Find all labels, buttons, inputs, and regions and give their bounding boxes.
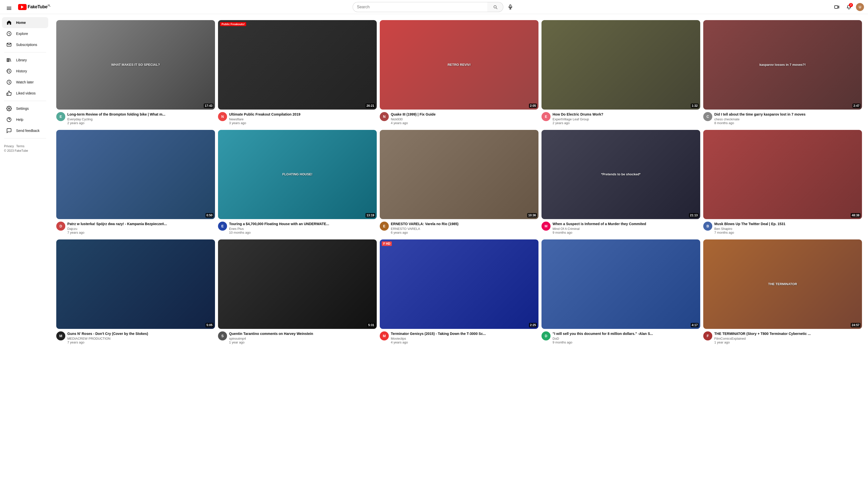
video-card-4[interactable]: 1:32 E How Do Electric Drums Work? Exper… [541,20,700,125]
thumb-overlay-text: *Pretends to be shocked* [600,171,642,178]
video-channel[interactable]: Dajczu [67,227,215,230]
library-icon [6,57,12,63]
channel-avatar[interactable]: F [703,331,712,340]
liked-videos-icon [6,90,12,96]
video-card-1[interactable]: WHAT MAKES IT SO SPECIAL? 17:43 E Long-t… [56,20,215,125]
video-channel[interactable]: ERNESTO VARELA [391,227,538,230]
video-channel[interactable]: MEDIACREW PRODUCTION [67,337,215,340]
video-meta: 1 year ago [229,340,377,344]
privacy-link[interactable]: Privacy [4,144,14,148]
channel-avatar[interactable]: N [380,112,389,121]
video-duration: 26:21 [365,103,375,108]
sidebar-item-explore[interactable]: Explore [2,28,48,39]
video-duration: 5:05 [205,323,214,327]
video-channel[interactable]: Everyday Cycling [67,117,215,121]
video-card-14[interactable]: 4:17 D "I will sell you this document fo… [541,239,700,344]
video-card-13[interactable]: F HD 2:25 M Terminator Genisys (2015) - … [380,239,538,344]
channel-avatar[interactable]: D [541,331,550,340]
sidebar-item-library[interactable]: Library [2,54,48,65]
search-button[interactable] [487,2,503,12]
thumb-overlay-text: RETRO REVIV/ [446,62,472,68]
video-card-6[interactable]: 0:50 D Patrz w lusterka! Spójrz dwa razy… [56,130,215,235]
avatar[interactable]: U [856,3,864,11]
sidebar-footer: Privacy Terms © 2023 FakeTube [0,141,50,156]
video-thumbnail: kasparov losses in 7 moves?! 2:47 [703,20,862,110]
video-channel[interactable]: Newsflare [229,117,377,121]
video-details: "I will sell you this document for 8 mil… [552,331,700,344]
sidebar-label-subscriptions: Subscriptions [16,43,37,47]
notifications-button[interactable]: 2 [844,2,854,12]
sidebar-item-subscriptions[interactable]: Subscriptions [2,39,48,50]
video-card-2[interactable]: Public Freakouts! 26:21 N Ultimate Publi… [218,20,377,125]
terms-link[interactable]: Terms [16,144,24,148]
sidebar-item-help[interactable]: Help [2,114,48,125]
video-title: Terminator Genisys (2015) - Taking Down … [391,331,538,336]
video-card-8[interactable]: 10:36 E ERNESTO VARELA: Varela no Rio (1… [380,130,538,235]
channel-avatar[interactable]: E [541,112,550,121]
video-channel[interactable]: Nick930 [391,117,538,121]
video-title: Musk Blows Up The Twitter Deal | Ep. 153… [714,222,862,226]
sidebar-item-history[interactable]: History [2,65,48,76]
sidebar: Home Explore Subscriptions Library [0,14,50,350]
logo[interactable]: FakeTubePL [18,4,51,10]
channel-avatar[interactable]: M [541,222,550,230]
channel-avatar[interactable]: E [56,112,65,121]
sidebar-item-watch-later[interactable]: Watch later [2,76,48,88]
video-title: Quentin Tarantino comments on Harvey Wei… [229,331,377,336]
menu-button[interactable] [4,2,14,12]
video-channel[interactable]: DoD [552,337,700,340]
channel-avatar[interactable]: E [380,222,389,230]
video-card-10[interactable]: 48:38 B Musk Blows Up The Twitter Deal |… [703,130,862,235]
sidebar-item-liked-videos[interactable]: Liked videos [2,88,48,99]
video-channel[interactable]: ExpertVillage Leaf Group [552,117,700,121]
channel-avatar[interactable]: S [218,331,227,340]
video-channel[interactable]: spinoutmp4 [229,337,377,340]
video-details: Quake III (1999) | Fix Guide Nick930 4 y… [391,112,538,125]
video-duration: 2:47 [852,103,860,108]
thumb-overlay-text: kasparov losses in 7 moves?! [758,62,807,68]
channel-avatar[interactable]: M [380,331,389,340]
video-thumbnail: 4:17 [541,239,700,329]
channel-avatar[interactable]: C [703,112,712,121]
video-card-15[interactable]: THE TERMINATOR 24:57 F THE TERMINATOR (S… [703,239,862,344]
video-channel[interactable]: chess checkmate [714,117,862,121]
video-card-12[interactable]: 5:31 S Quentin Tarantino comments on Har… [218,239,377,344]
video-info: M When a Suspect is Informed of a Murder… [541,222,700,234]
watch-later-icon [6,79,12,85]
channel-avatar[interactable]: D [56,222,65,230]
voice-search-button[interactable] [505,2,515,12]
sidebar-divider-3 [4,138,46,138]
video-channel[interactable]: Enes Plus [229,227,377,230]
video-info: E Long-term Review of the Brompton foldi… [56,112,215,125]
explore-icon [6,31,12,37]
channel-avatar[interactable]: E [218,222,227,230]
video-channel[interactable]: Movieclips [391,337,538,340]
sidebar-item-settings[interactable]: Settings [2,103,48,114]
channel-avatar[interactable]: B [703,222,712,230]
video-details: When a Suspect is Informed of a Murder t… [552,222,700,234]
video-card-5[interactable]: kasparov losses in 7 moves?! 2:47 C Did … [703,20,862,125]
sidebar-item-send-feedback[interactable]: Send feedback [2,125,48,136]
video-channel[interactable]: FilmComicsExplained [714,337,862,340]
video-card-9[interactable]: *Pretends to be shocked* 21:13 M When a … [541,130,700,235]
sidebar-item-home[interactable]: Home [2,17,48,28]
video-channel[interactable]: Ben Shapiro [714,227,862,230]
create-button[interactable] [832,2,842,12]
video-card-11[interactable]: 5:05 M Guns N' Roses - Don't Cry (Cover … [56,239,215,344]
video-card-7[interactable]: FLOATING HOUSE! 13:19 E Touring a $4,700… [218,130,377,235]
search-input[interactable] [353,2,487,12]
home-icon [6,20,12,25]
svg-rect-7 [8,59,9,62]
video-channel[interactable]: Mind Of A Criminal [552,227,700,230]
subscriptions-icon [6,42,12,48]
video-title: Quake III (1999) | Fix Guide [391,112,538,116]
video-card-3[interactable]: RETRO REVIV/ 2:05 N Quake III (1999) | F… [380,20,538,125]
microphone-icon [508,4,513,10]
video-details: THE TERMINATOR (Story + T800 Terminator … [714,331,862,344]
channel-avatar[interactable]: M [56,331,65,340]
video-thumbnail: Public Freakouts! 26:21 [218,20,377,110]
video-info: E Touring a $4,700,000 Floating House wi… [218,222,377,234]
svg-point-10 [8,108,10,109]
channel-avatar[interactable]: N [218,112,227,121]
svg-rect-6 [7,59,8,62]
